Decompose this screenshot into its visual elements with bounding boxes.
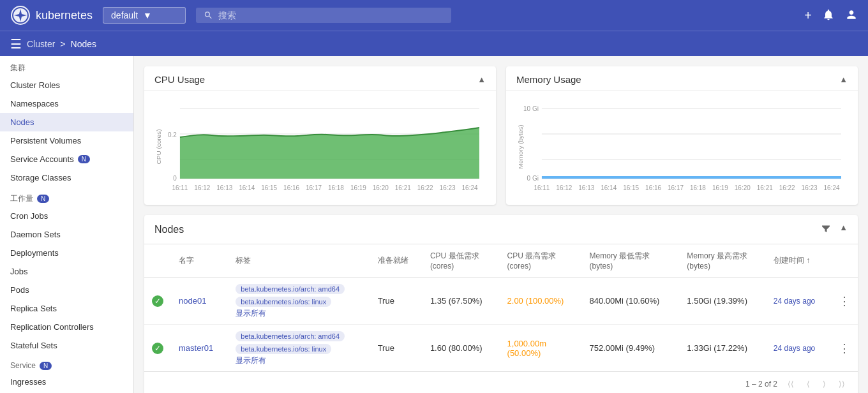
svg-text:16:15: 16:15 [261, 184, 277, 191]
svg-text:0 Gi: 0 Gi [527, 175, 539, 182]
next-page-button[interactable]: ⟩ [820, 377, 828, 391]
notification-icon[interactable] [822, 8, 835, 23]
sidebar-item-namespaces[interactable]: Namespaces [0, 94, 133, 113]
status-icon-master01: ✓ [152, 343, 163, 354]
row-more-master01[interactable]: ⋮ [831, 325, 858, 372]
col-created: 创建时间 ↑ [766, 244, 831, 278]
sidebar-item-cron-jobs[interactable]: Cron Jobs [0, 207, 133, 225]
last-page-button[interactable]: ⟩⟩ [836, 377, 848, 391]
cpu-chart-collapse[interactable]: ▲ [477, 75, 486, 84]
breadcrumb-bar: ☰ Cluster > Nodes [0, 31, 868, 56]
table-row: ✓ master01 beta.kubernetes.io/arch: amd6… [144, 325, 858, 372]
sidebar-item-cluster-roles[interactable]: Cluster Roles [0, 76, 133, 94]
svg-text:16:11: 16:11 [172, 184, 188, 191]
node-link-node01[interactable]: node01 [179, 296, 206, 306]
app-name: kubernetes [36, 9, 93, 22]
row-more-node01[interactable]: ⋮ [831, 278, 858, 325]
svg-text:16:18: 16:18 [328, 184, 344, 191]
node-name: master01 [171, 325, 228, 372]
node-mem-min: 840.00Mi (10.60%) [581, 278, 679, 325]
sidebar-item-persistent-volumes[interactable]: Persistent Volumes [0, 131, 133, 150]
search-bar[interactable] [196, 8, 451, 23]
svg-text:16:21: 16:21 [395, 184, 411, 191]
sidebar-item-deployments[interactable]: Deployments [0, 244, 133, 262]
status-icon-node01: ✓ [152, 295, 163, 307]
collapse-table-icon[interactable]: ▲ [839, 223, 848, 236]
pagination-info: 1 – 2 of 2 [745, 380, 777, 389]
col-status [144, 244, 171, 278]
add-button[interactable]: + [804, 8, 812, 23]
svg-text:16:17: 16:17 [306, 184, 322, 191]
node-ready: True [370, 278, 423, 325]
tag-os-node01[interactable]: beta.kubernetes.io/os: linux [236, 297, 331, 307]
timestamp-node01[interactable]: 24 days ago [774, 297, 815, 306]
timestamp-master01[interactable]: 24 days ago [774, 344, 815, 353]
memory-chart-svg: 10 Gi 0 Gi Memory (bytes) 16:11 16:12 16… [516, 96, 848, 198]
menu-toggle[interactable]: ☰ [10, 36, 22, 52]
sidebar-item-replication-controllers[interactable]: Replication Controllers [0, 318, 133, 336]
namespace-selector[interactable]: default ▼ [103, 7, 186, 24]
tag-arch-master01[interactable]: beta.kubernetes.io/arch: amd64 [236, 331, 345, 341]
more-menu-icon-node01[interactable]: ⋮ [839, 295, 850, 308]
svg-text:16:13: 16:13 [216, 184, 232, 191]
svg-text:10 Gi: 10 Gi [523, 105, 539, 112]
sidebar-item-storage-classes[interactable]: Storage Classes [0, 168, 133, 187]
svg-text:16:16: 16:16 [283, 184, 299, 191]
svg-text:16:21: 16:21 [757, 184, 773, 191]
sidebar-item-pods[interactable]: Pods [0, 281, 133, 299]
breadcrumb-separator: > [60, 39, 65, 49]
col-ready: 准备就绪 [370, 244, 423, 278]
memory-chart-collapse[interactable]: ▲ [839, 75, 848, 84]
svg-text:16:22: 16:22 [417, 184, 433, 191]
svg-text:16:18: 16:18 [690, 184, 706, 191]
col-cpu-min: CPU 最低需求(cores) [423, 244, 500, 278]
col-mem-max: Memory 最高需求(bytes) [679, 244, 766, 278]
first-page-button[interactable]: ⟨⟨ [785, 377, 797, 391]
breadcrumb-parent[interactable]: Cluster [27, 39, 55, 49]
node-mem-min: 752.00Mi (9.49%) [581, 325, 679, 372]
svg-text:16:23: 16:23 [440, 184, 456, 191]
sidebar: 集群 Cluster Roles Namespaces Nodes Persis… [0, 56, 134, 393]
memory-chart-card: Memory Usage ▲ 10 Gi 0 Gi Memory (bytes) [506, 66, 858, 205]
node-link-master01[interactable]: master01 [179, 343, 213, 353]
sidebar-item-ingresses[interactable]: Ingresses [0, 373, 133, 391]
tag-os-master01[interactable]: beta.kubernetes.io/os: linux [236, 344, 331, 354]
sidebar-section-service: Service N [0, 355, 133, 373]
show-all-node01[interactable]: 显示所有 [236, 309, 266, 318]
search-input[interactable] [218, 10, 444, 20]
prev-page-button[interactable]: ⟨ [804, 377, 812, 391]
table-header-icons: ▲ [820, 223, 848, 236]
col-cpu-max: CPU 最高需求(cores) [500, 244, 582, 278]
svg-text:16:23: 16:23 [802, 184, 818, 191]
user-icon[interactable] [845, 8, 858, 23]
col-tags: 标签 [228, 244, 370, 278]
node-tags: beta.kubernetes.io/arch: amd64 beta.kube… [228, 325, 370, 372]
sidebar-section-workloads: 工作量 N [0, 187, 133, 207]
node-created: 24 days ago [766, 278, 831, 325]
node-cpu-min: 1.35 (67.50%) [423, 278, 500, 325]
sidebar-item-service-accounts[interactable]: Service Accounts N [0, 150, 133, 168]
sidebar-item-daemon-sets[interactable]: Daemon Sets [0, 225, 133, 244]
table-footer: 1 – 2 of 2 ⟨⟨ ⟨ ⟩ ⟩⟩ [144, 371, 858, 393]
more-menu-icon-master01[interactable]: ⋮ [839, 342, 850, 355]
filter-icon[interactable] [820, 223, 832, 236]
node-cpu-max: 2.00 (100.00%) [500, 278, 582, 325]
search-icon [204, 10, 213, 20]
cpu-max-value-node01: 2.00 (100.00%) [507, 296, 564, 306]
col-actions [831, 244, 858, 278]
sidebar-item-stateful-sets[interactable]: Stateful Sets [0, 336, 133, 355]
sidebar-item-nodes[interactable]: Nodes [0, 113, 133, 131]
tag-arch-node01[interactable]: beta.kubernetes.io/arch: amd64 [236, 284, 345, 294]
dropdown-arrow: ▼ [143, 10, 152, 20]
svg-text:16:22: 16:22 [779, 184, 795, 191]
nodes-table-header: Nodes ▲ [144, 215, 858, 244]
cpu-chart-svg: 0.2 0 CPU (cores) 16:11 16:12 16:13 16:1… [154, 96, 486, 198]
right-icons: + [804, 8, 858, 23]
col-name: 名字 [171, 244, 228, 278]
sidebar-item-replica-sets[interactable]: Replica Sets [0, 299, 133, 318]
content-area: CPU Usage ▲ 0.2 0 CPU (cores) [134, 56, 868, 393]
show-all-master01[interactable]: 显示所有 [236, 356, 266, 365]
sidebar-item-jobs[interactable]: Jobs [0, 262, 133, 281]
svg-text:16:13: 16:13 [578, 184, 594, 191]
svg-text:CPU (cores): CPU (cores) [155, 130, 162, 165]
